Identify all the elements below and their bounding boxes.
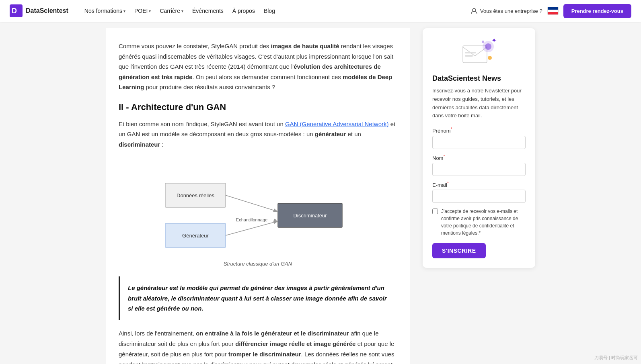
svg-point-15 xyxy=(485,43,491,50)
main-content: Comme vous pouvez le constater, StyleGAN… xyxy=(106,28,410,364)
newsletter-description: Inscrivez-vous à notre Newsletter pour r… xyxy=(432,87,526,120)
svg-point-19 xyxy=(488,56,492,60)
nom-label: Nom* xyxy=(432,154,526,161)
intro-paragraph: Comme vous pouvez le constater, StyleGAN… xyxy=(119,41,397,92)
email-label: E-mail* xyxy=(432,181,526,188)
svg-text:✦: ✦ xyxy=(491,38,497,44)
nom-input[interactable] xyxy=(432,163,526,176)
email-input[interactable] xyxy=(432,190,526,203)
enterprise-link[interactable]: Vous êtes une entreprise ? xyxy=(470,7,542,14)
nav-link-evenements[interactable]: Événements xyxy=(189,6,227,16)
newsletter-icon-area: ✦ xyxy=(432,38,526,68)
watermark: 刀易号 | 时尚玩家岳可 xyxy=(594,355,638,361)
consent-checkbox[interactable] xyxy=(432,209,438,214)
page-wrapper: Comme vous pouvez le constater, StyleGAN… xyxy=(99,0,542,364)
submit-button[interactable]: S'INSCRIRE xyxy=(432,243,486,258)
svg-rect-17 xyxy=(465,52,476,53)
prenom-label: Prénom* xyxy=(432,127,526,134)
nav-logo-text: DataScientest xyxy=(26,7,68,14)
nav-link-poei[interactable]: POEI ▾ xyxy=(131,6,154,16)
chevron-icon: ▾ xyxy=(149,9,151,13)
navbar: D DataScientest Nos formations ▾ POEI ▾ … xyxy=(0,0,641,22)
svg-text:Générateur: Générateur xyxy=(182,233,209,239)
svg-point-20 xyxy=(482,41,484,43)
nav-link-formations[interactable]: Nos formations ▾ xyxy=(81,6,129,16)
svg-text:Discriminateur: Discriminateur xyxy=(293,213,327,219)
gan-link[interactable]: GAN (Generative Adversarial Network) xyxy=(285,121,389,127)
newsletter-icon: ✦ xyxy=(461,38,497,68)
sidebar: ✦ DataScientest News Inscrivez-vous à no… xyxy=(423,28,535,364)
enterprise-icon xyxy=(470,7,478,14)
nav-link-carriere[interactable]: Carrière ▾ xyxy=(156,6,187,16)
svg-line-9 xyxy=(226,195,277,211)
svg-rect-18 xyxy=(465,55,473,57)
prenom-input[interactable] xyxy=(432,136,526,149)
consent-text: J'accepte de recevoir vos e-mails et con… xyxy=(441,208,526,237)
svg-text:D: D xyxy=(12,7,17,15)
cta-button[interactable]: Prendre rendez-vous xyxy=(563,4,631,18)
gan-intro-paragraph: Et bien comme son nom l'indique, StyleGA… xyxy=(119,119,397,150)
nav-right: Vous êtes une entreprise ? Prendre rende… xyxy=(470,4,631,18)
language-flag[interactable] xyxy=(547,7,559,15)
newsletter-card: ✦ DataScientest News Inscrivez-vous à no… xyxy=(423,28,535,268)
nav-link-blog[interactable]: Blog xyxy=(261,6,278,16)
section-heading: II - Architecture d'un GAN xyxy=(119,102,397,112)
gan-diagram: Données réelles Générateur Discriminateu… xyxy=(119,159,397,267)
nav-logo[interactable]: D DataScientest xyxy=(10,4,68,17)
diagram-caption: Structure classique d'un GAN xyxy=(224,261,292,267)
training-paragraph: Ainsi, lors de l'entrainement, on entraî… xyxy=(119,328,397,364)
svg-text:Données réelles: Données réelles xyxy=(177,192,214,198)
newsletter-title: DataScientest News xyxy=(432,74,526,83)
nav-links: Nos formations ▾ POEI ▾ Carrière ▾ Événe… xyxy=(81,6,470,16)
chevron-icon: ▾ xyxy=(123,9,125,13)
blockquote: Le générateur est le modèle qui permet d… xyxy=(119,276,397,320)
nav-link-apropos[interactable]: À propos xyxy=(229,6,258,16)
svg-text:Echantillonnage: Echantillonnage xyxy=(236,217,267,222)
svg-line-10 xyxy=(226,221,277,235)
diagram-svg-wrapper: Données réelles Générateur Discriminateu… xyxy=(153,159,362,257)
consent-row: J'accepte de recevoir vos e-mails et con… xyxy=(432,208,526,237)
chevron-icon: ▾ xyxy=(181,9,183,13)
